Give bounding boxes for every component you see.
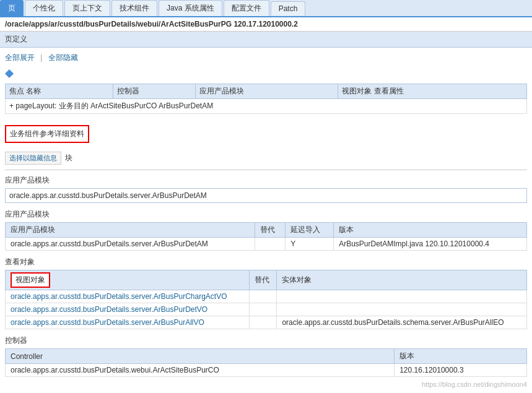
vo-link-3[interactable]: oracle.apps.ar.cusstd.busPurDetails.serv… xyxy=(11,318,204,327)
vo-row-3-entity: oracle.apps.ar.cusstd.busPurDetails.sche… xyxy=(277,316,527,329)
app-module-section-1: 应用产品模块 oracle.apps.ar.cusstd.busPurDetai… xyxy=(5,175,527,203)
vo-link-2[interactable]: oracle.apps.ar.cusstd.busPurDetails.serv… xyxy=(11,305,207,314)
path-text: /oracle/apps/ar/cusstd/busPurDetails/web… xyxy=(5,20,298,28)
ctrl-col-version: 版本 xyxy=(395,349,527,364)
vo-row-3: oracle.apps.ar.cusstd.busPurDetails.serv… xyxy=(6,316,527,329)
am-row-version: ArBusPurDetAMImpl.java 120.10.12010000.4 xyxy=(334,238,527,251)
vo-row-1-replace xyxy=(250,290,277,303)
vo-row-1-entity xyxy=(277,290,527,303)
view-obj-label: 查看对象 xyxy=(5,257,527,267)
vo-row-2-replace xyxy=(250,303,277,316)
view-obj-table: 视图对象 替代 实体对象 oracle.apps.ar.cusstd.busPu… xyxy=(5,270,527,329)
am-row-replace xyxy=(255,238,285,251)
divider-1 xyxy=(5,170,527,170)
am-row-module: oracle.apps.ar.cusstd.busPurDetails.serv… xyxy=(6,238,255,251)
app-module-table: 应用产品模块 替代 延迟导入 版本 oracle.apps.ar.cusstd.… xyxy=(5,222,527,251)
tab-tech-components[interactable]: 技术组件 xyxy=(111,0,157,16)
vo-col-view: 视图对象 xyxy=(6,270,250,290)
vo-col-entity: 实体对象 xyxy=(277,270,527,290)
tab-patch[interactable]: Patch xyxy=(271,1,306,15)
tab-bar: 页 个性化 页上下文 技术组件 Java 系统属性 配置文件 Patch xyxy=(0,0,532,17)
tab-page-context[interactable]: 页上下文 xyxy=(64,0,110,16)
controller-table: Controller 版本 oracle.apps.ar.cusstd.busP… xyxy=(5,348,527,377)
hide-info-area: 选择以隐藏信息 块 xyxy=(5,152,527,165)
view-obj-section: 视图对象 替代 实体对象 oracle.apps.ar.cusstd.busPu… xyxy=(5,270,527,329)
collapse-all-link[interactable]: 全部隐藏 xyxy=(48,53,78,62)
vo-row-2-entity xyxy=(277,303,527,316)
ctrl-row-version: 120.16.12010000.3 xyxy=(395,364,527,377)
am-col-lazy: 延迟导入 xyxy=(286,223,334,238)
tab-config-file[interactable]: 配置文件 xyxy=(224,0,269,16)
component-section: 业务组件参考详细资料 xyxy=(5,120,527,148)
vo-row-1: oracle.apps.ar.cusstd.busPurDetails.serv… xyxy=(6,290,527,303)
ctrl-row: oracle.apps.ar.cusstd.busPurDetails.webu… xyxy=(6,364,527,377)
app-module-title-2: 应用产品模块 xyxy=(5,209,527,220)
tree-header-controller: 控制器 xyxy=(113,84,196,99)
ctrl-col-name: Controller xyxy=(6,349,395,364)
tree-header-viewobj: 视图对象 查看属性 xyxy=(338,84,527,99)
ctrl-row-name: oracle.apps.ar.cusstd.busPurDetails.webu… xyxy=(6,364,395,377)
hide-info-button[interactable]: 选择以隐藏信息 xyxy=(5,152,61,165)
page-definition-title: 页定义 xyxy=(0,32,532,48)
tree-table: 焦点 名称 控制器 应用产品模块 视图对象 查看属性 + pageLayout:… xyxy=(5,84,527,114)
vo-col-replace: 替代 xyxy=(250,270,277,290)
component-label: 业务组件参考详细资料 xyxy=(5,125,89,143)
vo-row-3-replace xyxy=(250,316,277,329)
block-label: 块 xyxy=(65,153,72,163)
am-row-lazy: Y xyxy=(286,238,334,251)
tab-personalize[interactable]: 个性化 xyxy=(25,0,63,16)
am-col-version: 版本 xyxy=(334,223,527,238)
app-module-value-1: oracle.apps.ar.cusstd.busPurDetails.serv… xyxy=(5,188,527,203)
diamond-icon xyxy=(5,69,14,78)
link-divider: | xyxy=(40,53,42,62)
tab-java-props[interactable]: Java 系统属性 xyxy=(159,0,222,16)
watermark: https://blog.csdn.net/dingshimoon4 xyxy=(422,381,527,388)
app-module-section-2: 应用产品模块 应用产品模块 替代 延迟导入 版本 oracle.apps.ar.… xyxy=(5,209,527,251)
controller-label: 控制器 xyxy=(5,335,527,346)
path-bar: /oracle/apps/ar/cusstd/busPurDetails/web… xyxy=(0,17,532,32)
tree-header-name: 焦点 名称 xyxy=(6,84,113,99)
am-col-module: 应用产品模块 xyxy=(6,223,255,238)
view-label-red: 视图对象 xyxy=(11,272,50,288)
main-content: 全部展开 | 全部隐藏 焦点 名称 控制器 应用产品模块 视图对象 查看属性 +… xyxy=(0,48,532,393)
app-module-title-1: 应用产品模块 xyxy=(5,175,527,186)
vo-link-1[interactable]: oracle.apps.ar.cusstd.busPurDetails.serv… xyxy=(11,292,227,301)
expand-all-link[interactable]: 全部展开 xyxy=(5,53,35,62)
vo-row-1-view: oracle.apps.ar.cusstd.busPurDetails.serv… xyxy=(6,290,250,303)
expand-collapse-links: 全部展开 | 全部隐藏 xyxy=(5,53,527,63)
tab-page[interactable]: 页 xyxy=(0,0,24,16)
vo-row-3-view: oracle.apps.ar.cusstd.busPurDetails.serv… xyxy=(6,316,250,329)
tree-header-module: 应用产品模块 xyxy=(196,84,338,99)
am-row: oracle.apps.ar.cusstd.busPurDetails.serv… xyxy=(6,238,527,251)
vo-row-2-view: oracle.apps.ar.cusstd.busPurDetails.serv… xyxy=(6,303,250,316)
tree-row-content: + pageLayout: 业务目的 ArActSiteBusPurCO ArB… xyxy=(6,99,527,114)
am-col-replace: 替代 xyxy=(255,223,285,238)
tree-row: + pageLayout: 业务目的 ArActSiteBusPurCO ArB… xyxy=(6,99,527,114)
vo-row-2: oracle.apps.ar.cusstd.busPurDetails.serv… xyxy=(6,303,527,316)
